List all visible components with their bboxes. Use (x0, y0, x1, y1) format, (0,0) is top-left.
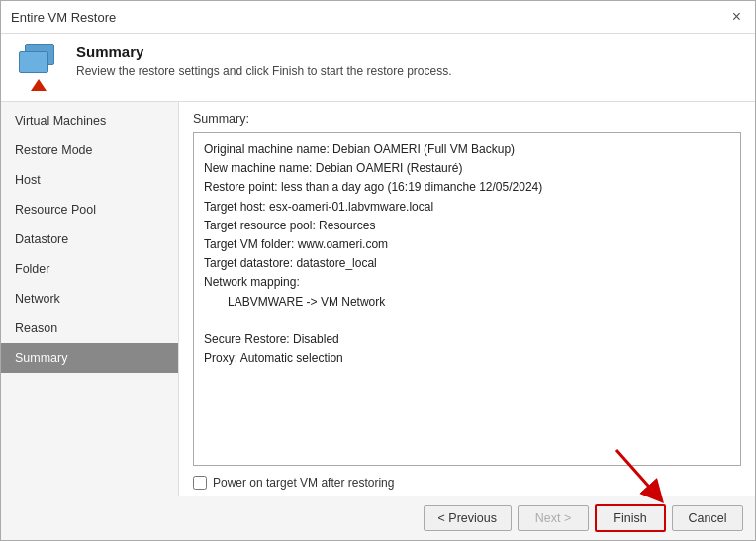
summary-line-2: New machine name: Debian OAMERI (Restaur… (204, 159, 730, 178)
summary-line-4: Target host: esx-oameri-01.labvmware.loc… (204, 198, 730, 217)
summary-line-6: Target VM folder: www.oameri.com (204, 235, 730, 254)
finish-arrow-indicator (607, 445, 676, 504)
sidebar-item-restore-mode[interactable]: Restore Mode (1, 135, 178, 165)
summary-line-blank (204, 312, 730, 330)
power-on-checkbox[interactable] (193, 476, 207, 490)
title-bar: Entire VM Restore × (1, 1, 755, 34)
sidebar-item-folder[interactable]: Folder (1, 254, 178, 284)
footer: < Previous Next > Finish Cancel (1, 496, 755, 540)
svg-line-1 (616, 450, 656, 495)
header-title: Summary (76, 44, 452, 60)
close-button[interactable]: × (728, 7, 745, 27)
title-bar-left: Entire VM Restore (11, 10, 116, 25)
summary-line-8: Network mapping: (204, 273, 730, 292)
restore-arrow-icon (31, 79, 47, 91)
summary-line-5: Target resource pool: Resources (204, 217, 730, 235)
summary-line-7: Target datastore: datastore_local (204, 254, 730, 273)
summary-line-1: Original machine name: Debian OAMERI (Fu… (204, 140, 730, 159)
server-box-front (19, 51, 48, 73)
previous-button[interactable]: < Previous (424, 505, 512, 531)
summary-line-3: Restore point: less than a day ago (16:1… (204, 178, 730, 197)
header-description: Review the restore settings and click Fi… (76, 64, 452, 78)
sidebar: Virtual Machines Restore Mode Host Resou… (1, 102, 179, 496)
power-on-label: Power on target VM after restoring (213, 476, 394, 490)
sidebar-item-datastore[interactable]: Datastore (1, 225, 178, 254)
summary-line-9: LABVMWARE -> VM Network (204, 293, 730, 312)
window-title: Entire VM Restore (11, 10, 116, 25)
sidebar-item-reason[interactable]: Reason (1, 314, 178, 343)
header-section: Summary Review the restore settings and … (1, 34, 755, 102)
sidebar-item-summary[interactable]: Summary (1, 343, 178, 373)
summary-label: Summary: (193, 112, 741, 126)
summary-line-10: Secure Restore: Disabled (204, 330, 730, 349)
finish-button[interactable]: Finish (595, 504, 666, 532)
sidebar-item-network[interactable]: Network (1, 284, 178, 314)
sidebar-item-resource-pool[interactable]: Resource Pool (1, 195, 178, 225)
header-text: Summary Review the restore settings and … (76, 44, 452, 78)
vm-restore-icon (15, 44, 62, 91)
dialog-window: Entire VM Restore × Summary Review the r… (0, 0, 756, 541)
main-content: Summary: Original machine name: Debian O… (179, 102, 755, 496)
next-button[interactable]: Next > (518, 505, 589, 531)
cancel-button[interactable]: Cancel (672, 505, 743, 531)
sidebar-item-virtual-machines[interactable]: Virtual Machines (1, 106, 178, 135)
summary-line-11: Proxy: Automatic selection (204, 349, 730, 368)
sidebar-item-host[interactable]: Host (1, 165, 178, 195)
content-area: Virtual Machines Restore Mode Host Resou… (1, 102, 755, 496)
summary-box: Original machine name: Debian OAMERI (Fu… (193, 132, 741, 466)
